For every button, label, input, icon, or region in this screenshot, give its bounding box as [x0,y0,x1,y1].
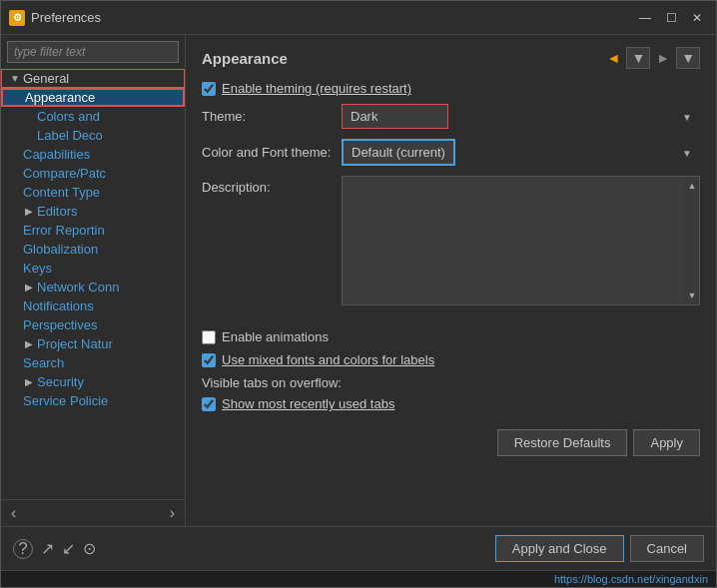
sidebar-item-globalization[interactable]: Globalization [1,240,185,259]
panel-header: Appearance ◄ ▼ ► ▼ [202,47,700,69]
enable-animations-label[interactable]: Enable animations [222,329,329,344]
sidebar-item-security[interactable]: ▶ Security [1,372,185,391]
sidebar-item-label-globalization: Globalization [23,242,98,257]
sidebar-item-label-service-policies: Service Policie [23,393,108,408]
forward-button[interactable]: ► [652,47,674,69]
sidebar-item-label-error-reporting: Error Reportin [23,223,105,238]
scroll-down-icon[interactable]: ▼ [688,289,697,302]
show-recently-label[interactable]: Show most recently used tabs [222,396,394,411]
restore-apply-row: Restore Defaults Apply [202,429,700,456]
sidebar-item-error-reporting[interactable]: Error Reportin [1,221,185,240]
sidebar-item-label-label-deco: Label Deco [37,128,103,143]
sidebar-item-search[interactable]: Search [1,353,185,372]
sidebar-item-project-nature[interactable]: ▶ Project Natur [1,334,185,353]
expand-icon-security: ▶ [23,376,35,388]
sidebar-item-label-project-nature: Project Natur [37,336,113,351]
sidebar-item-service-policies[interactable]: Service Policie [1,391,185,410]
help-icon[interactable]: ? [13,539,33,559]
import-icon[interactable]: ↙ [62,539,75,558]
sidebar-item-label-colors: Colors and [37,109,100,124]
minimize-button[interactable]: — [634,7,656,29]
sidebar-item-label-general: General [23,71,69,86]
sidebar-item-editors[interactable]: ▶ Editors [1,202,185,221]
settings-icon[interactable]: ⊙ [83,539,96,558]
theme-select[interactable]: Dark Light Classic System Default [342,104,448,129]
expand-icon-editors: ▶ [23,206,35,218]
sidebar-item-label-keys: Keys [23,261,52,276]
tree-area: ▼ General Appearance Colors and Label De… [1,69,185,499]
sidebar-item-notifications[interactable]: Notifications [1,296,185,315]
apply-and-close-button[interactable]: Apply and Close [495,535,624,562]
use-mixed-fonts-row: Use mixed fonts and colors for labels [202,352,700,367]
cancel-button[interactable]: Cancel [630,535,704,562]
sidebar: ▼ General Appearance Colors and Label De… [1,35,186,526]
main-content: ▼ General Appearance Colors and Label De… [1,35,716,526]
use-mixed-fonts-label[interactable]: Use mixed fonts and colors for labels [222,352,434,367]
sidebar-item-network[interactable]: ▶ Network Conn [1,278,185,296]
sidebar-item-content-types[interactable]: Content Type [1,183,185,202]
sidebar-item-keys[interactable]: Keys [1,259,185,278]
expand-icon-network: ▶ [23,282,35,294]
theme-row: Theme: Dark Light Classic System Default [202,104,700,129]
back-dropdown-button[interactable]: ▼ [626,47,650,69]
preferences-window: ⚙ Preferences — ☐ ✕ ▼ General Appearance [0,0,717,588]
sidebar-item-perspectives[interactable]: Perspectives [1,315,185,334]
window-title: Preferences [31,10,634,25]
sidebar-item-label-search: Search [23,355,64,370]
sidebar-item-label-perspectives: Perspectives [23,317,97,332]
sidebar-item-compare[interactable]: Compare/Patc [1,164,185,183]
enable-animations-checkbox[interactable] [202,330,216,344]
show-recently-row: Show most recently used tabs [202,396,700,411]
sidebar-item-label-security: Security [37,374,84,389]
theme-label: Theme: [202,109,342,124]
theme-select-wrapper: Dark Light Classic System Default [342,104,700,129]
scroll-left-button[interactable]: ‹ [5,502,22,524]
sidebar-item-label-network: Network Conn [37,280,119,294]
description-scrollbar[interactable]: ▲ ▼ [685,177,699,304]
description-outer: Description: ▲ ▼ [202,176,700,317]
sidebar-item-label-compare: Compare/Patc [23,166,106,181]
apply-button[interactable]: Apply [633,429,700,456]
right-panel: Appearance ◄ ▼ ► ▼ Enable theming (requi… [186,35,716,526]
export-icon[interactable]: ↗ [41,539,54,558]
back-button[interactable]: ◄ [603,47,625,69]
color-font-select-wrapper: Default (current) Dark Light [342,139,700,166]
close-button[interactable]: ✕ [686,7,708,29]
sidebar-item-label-appearance: Appearance [25,90,95,105]
sidebar-item-colors[interactable]: Colors and [1,107,185,126]
maximize-button[interactable]: ☐ [660,7,682,29]
sidebar-item-label-capabilities: Capabilities [23,147,90,162]
scroll-up-icon[interactable]: ▲ [688,179,697,193]
visible-tabs-label: Visible tabs on overflow: [202,375,700,390]
bottom-bar: ? ↗ ↙ ⊙ Apply and Close Cancel [13,535,704,562]
bottom-area: ? ↗ ↙ ⊙ Apply and Close Cancel [1,526,716,570]
sidebar-item-label-editors: Editors [37,204,77,219]
sidebar-item-general[interactable]: ▼ General [1,69,185,88]
visible-tabs-section: Visible tabs on overflow: Show most rece… [202,375,700,419]
use-mixed-fonts-checkbox[interactable] [202,353,216,367]
show-recently-checkbox[interactable] [202,397,216,411]
scroll-right-button[interactable]: › [164,502,181,524]
enable-animations-row: Enable animations [202,329,700,344]
window-controls: — ☐ ✕ [634,7,708,29]
sidebar-scroll-controls: ‹ › [1,499,185,526]
color-font-select[interactable]: Default (current) Dark Light [342,139,455,166]
bottom-right-buttons: Apply and Close Cancel [495,535,704,562]
expand-icon-project-nature: ▶ [23,338,35,350]
title-bar: ⚙ Preferences — ☐ ✕ [1,1,716,35]
panel-title: Appearance [202,50,288,67]
enable-theming-checkbox[interactable] [202,82,216,96]
sidebar-item-capabilities[interactable]: Capabilities [1,145,185,164]
enable-theming-row: Enable theming (requires restart) [202,81,700,96]
restore-defaults-button[interactable]: Restore Defaults [497,429,628,456]
status-bar: https://blog.csdn.net/xingandxin [1,570,716,587]
sidebar-item-label-deco[interactable]: Label Deco [1,126,185,145]
enable-theming-label[interactable]: Enable theming (requires restart) [222,81,411,96]
filter-input[interactable] [7,41,179,63]
color-font-label: Color and Font theme: [202,145,342,160]
sidebar-item-label-notifications: Notifications [23,298,94,313]
bottom-left-icons: ? ↗ ↙ ⊙ [13,539,96,559]
sidebar-item-appearance[interactable]: Appearance [1,88,185,107]
description-area: ▲ ▼ [342,176,700,305]
forward-dropdown-button[interactable]: ▼ [676,47,700,69]
